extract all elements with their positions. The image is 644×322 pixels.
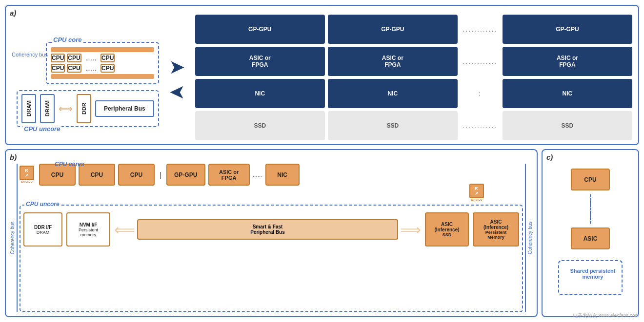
b-uncore-title: CPU uncore <box>24 201 61 208</box>
c-cpu-box: CPU <box>571 169 610 190</box>
risc-v-icon-2: R↗ <box>469 184 484 198</box>
asic-fpga-3: ASIC orFPGA <box>503 47 632 76</box>
cpu-uncore-label: CPU uncore <box>22 125 61 133</box>
nic-2: NIC <box>328 79 458 108</box>
b-uncore-box: CPU uncore DDR I/FDRAM NVM I/FPersistent… <box>20 205 523 312</box>
cpu-cell-2: CPU <box>67 54 81 62</box>
ddr-box: DDR <box>77 94 91 123</box>
risc-v-text-1: RISC-V <box>21 180 33 184</box>
cpu-cores-label-b: CPU cores <box>55 161 84 168</box>
risc-v-logo-1: R↗ RISC-V <box>20 166 34 184</box>
nic-dots: : <box>461 79 500 108</box>
orange-bus-bar-bottom <box>51 74 154 79</box>
b-uncore-content: DDR I/FDRAM NVM I/FPersistentmemory ⟸ Sm… <box>23 212 519 246</box>
c-dashed-line-1 <box>590 194 591 204</box>
b-cpu-dots: | <box>160 171 161 179</box>
cpu-dots-2: ...... <box>83 64 99 72</box>
ssd-3: SSD <box>503 111 632 140</box>
asic-fpga-1: ASIC orFPGA <box>195 47 325 76</box>
cpu-cell-5: CPU <box>67 64 81 73</box>
section-b-inner: Coherency bus R↗ RISC-V CPU CPU C <box>10 164 533 312</box>
section-c-content: CPU ASIC <box>546 169 634 299</box>
b-nic: NIC <box>265 164 300 186</box>
ssd-2: SSD <box>328 111 458 140</box>
right-arrow-a: ➤ <box>169 56 185 78</box>
risc-v-icon-1: R↗ <box>20 166 34 180</box>
c-asic-box: ASIC <box>571 227 610 249</box>
b-nvm-if: NVM I/FPersistentmemory <box>66 212 110 246</box>
double-arrow-1: ⟺ <box>59 103 73 114</box>
b-asic-fpga: ASIC orFPGA <box>208 164 250 186</box>
dram-box-2: DRAM <box>40 94 55 123</box>
b-asic-inference-2: ASIC(Inference)PersistentMemory <box>473 212 519 246</box>
peripheral-bus-box: Peripheral Bus <box>95 100 154 117</box>
main-container: a) Coherency bus CPU core CPU CPU ......… <box>0 0 644 322</box>
arrows-area: ➤ ➤ <box>169 56 185 104</box>
asic-fpga-2: ASIC orFPGA <box>328 47 458 76</box>
double-arrow-left-b: ⟸ <box>114 221 135 238</box>
c-shared-memory-area: Shared persistent memory <box>556 258 624 299</box>
cpu-dots-1: ...... <box>83 54 99 62</box>
gp-gpu-3: GP-GPU <box>503 15 632 44</box>
cpu-cell-3: CPU <box>101 54 115 62</box>
cpu-core-box: CPU core CPU CPU ...... CPU CPU CPU ....… <box>46 42 159 84</box>
gp-gpu-2: GP-GPU <box>328 15 458 44</box>
c-dashed-line-2 <box>590 204 591 214</box>
risc-v-logo-2-area: R↗ RISC-V <box>20 184 484 202</box>
section-c: c) CPU ASIC <box>542 149 639 317</box>
coherency-bus-right-b: Coherency bus <box>525 164 533 312</box>
gp-gpu-1: GP-GPU <box>195 15 325 44</box>
risc-v-text-2: RISC-V <box>471 198 483 202</box>
nic-3: NIC <box>503 79 632 108</box>
c-dashed-line-3 <box>590 214 591 224</box>
double-arrow-right-b: ⟹ <box>400 221 421 238</box>
nic-1: NIC <box>195 79 325 108</box>
section-b-label: b) <box>10 153 17 161</box>
cpu-cell-6: CPU <box>101 64 115 73</box>
b-inner: R↗ RISC-V CPU CPU CPU | GP-GPU ASIC orFP… <box>20 164 523 312</box>
cpu-row-2: CPU CPU ...... CPU <box>51 64 154 73</box>
bottom-row: b) CPU cores Coherency bus R↗ RISC-V <box>5 149 639 317</box>
dram-box-1: DRAM <box>21 94 36 123</box>
gp-gpu-dots: ............ <box>461 15 500 44</box>
asic-dots: ............ <box>461 47 500 76</box>
b-accel-dots: ...... <box>253 171 262 178</box>
b-gp-gpu: GP-GPU <box>166 164 205 186</box>
section-a-left: Coherency bus CPU core CPU CPU ...... CP… <box>12 32 159 127</box>
b-top-cpus: R↗ RISC-V CPU CPU CPU | GP-GPU ASIC orFP… <box>20 164 523 186</box>
cpu-row-1: CPU CPU ...... CPU <box>51 54 154 62</box>
risc-v-logo-2: R↗ RISC-V <box>469 184 484 202</box>
coherency-bus-label: Coherency bus <box>12 52 48 57</box>
orange-bus-bar-top <box>51 47 154 52</box>
b-smart-bus-area: ⟸ Smart & FastPeripheral Bus ⟹ <box>114 219 421 240</box>
accel-grid-a: GP-GPU GP-GPU ............ GP-GPU ASIC o… <box>195 15 632 140</box>
section-c-label: c) <box>546 153 553 161</box>
b-ddr-if: DDR I/FDRAM <box>23 212 62 246</box>
coherency-bus-left-b: Coherency bus <box>10 164 18 312</box>
cpu-uncore-box: CPU uncore DRAM DRAM ⟺ DDR Peripheral Bu… <box>17 90 159 127</box>
cpu-cell-1: CPU <box>51 54 65 62</box>
cpu-core-label: CPU core <box>52 36 83 43</box>
b-smart-bus: Smart & FastPeripheral Bus <box>137 219 398 240</box>
ssd-dots: ............ <box>461 111 500 140</box>
ssd-1: SSD <box>195 111 325 140</box>
section-a-label: a) <box>10 9 16 17</box>
section-a: a) Coherency bus CPU core CPU CPU ......… <box>5 5 639 145</box>
cpu-cell-4: CPU <box>51 64 65 73</box>
watermark: 电子发烧友 www.elecfans.com <box>573 312 639 319</box>
b-asic-inference-1: ASIC(Inference)SSD <box>425 212 469 246</box>
c-shared-memory-text: Shared persistent memory <box>561 268 624 280</box>
section-b: b) CPU cores Coherency bus R↗ RISC-V <box>5 149 538 317</box>
c-connectors <box>590 194 591 224</box>
left-arrow-a: ➤ <box>169 82 185 104</box>
b-cpu-3: CPU <box>118 164 155 186</box>
